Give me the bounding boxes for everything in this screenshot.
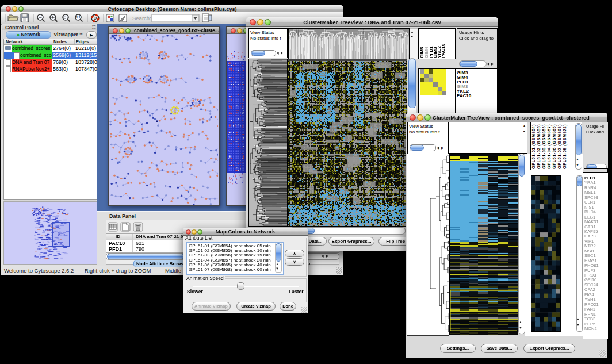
svg-text:Search:: Search: [132,15,151,21]
svg-text:1:1: 1:1 [76,16,80,19]
